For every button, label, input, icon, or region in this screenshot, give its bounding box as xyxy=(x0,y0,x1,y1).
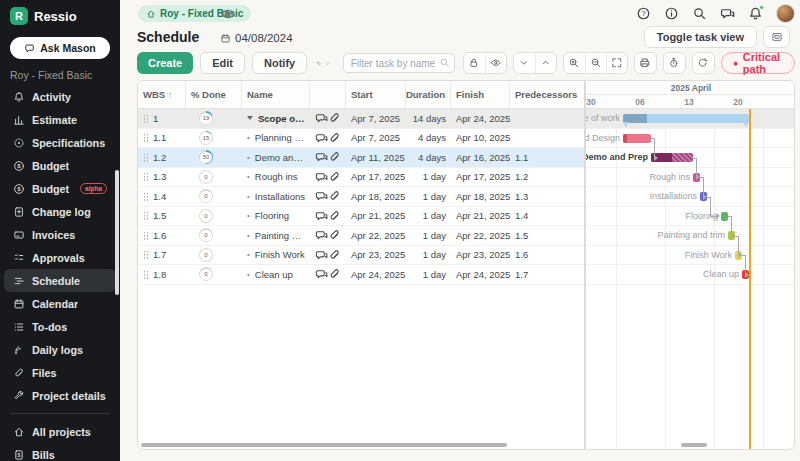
drag-handle-icon[interactable] xyxy=(143,211,149,220)
notify-button[interactable]: Notify xyxy=(252,52,307,74)
collapse-all-button[interactable] xyxy=(514,53,535,73)
create-button[interactable]: Create xyxy=(137,52,193,74)
predecessor-value: 1.6 xyxy=(510,246,584,265)
finish-date: Apr 16, 2025 xyxy=(451,148,510,167)
sidebar-item-project-details[interactable]: Project details xyxy=(4,384,116,407)
search-button[interactable] xyxy=(692,6,707,21)
zoom-in-button[interactable] xyxy=(564,53,585,73)
signal-icon xyxy=(13,344,25,356)
help-button[interactable] xyxy=(636,6,651,21)
sidebar-item-calendar[interactable]: Calendar xyxy=(4,292,116,315)
drag-handle-icon[interactable] xyxy=(143,153,149,162)
notifications-button[interactable] xyxy=(748,6,763,21)
sidebar-item-budget-v2[interactable]: Budget V2 alpha xyxy=(4,177,116,200)
lock-button[interactable] xyxy=(464,53,485,73)
sidebar-item-invoices[interactable]: Invoices xyxy=(4,223,116,246)
task-bullet-icon: • xyxy=(247,250,250,259)
col-header-predecessors[interactable]: Predecessors xyxy=(510,81,584,108)
gantt-bar-scope-of-work[interactable] xyxy=(623,114,749,123)
task-attachment-icon xyxy=(328,265,341,284)
sidebar-item-files[interactable]: Files xyxy=(4,361,116,384)
sidebar-item-bills[interactable]: Bills xyxy=(4,443,116,461)
sort-asc-icon: ↑ xyxy=(168,89,173,100)
start-date: Apr 18, 2025 xyxy=(346,187,406,206)
col-header-start[interactable]: Start xyxy=(346,81,406,108)
table-row[interactable]: 1.1 15 •Planning and... Apr 7, 2025 4 da… xyxy=(138,129,584,149)
panel-view-button[interactable] xyxy=(763,26,790,48)
table-row[interactable]: 1.2 50 •Demo and Pr... Apr 11, 2025 4 da… xyxy=(138,148,584,168)
sidebar-item-schedule[interactable]: Schedule xyxy=(4,269,116,292)
watch-project-eye-icon[interactable] xyxy=(220,6,236,22)
sidebar-item-specifications[interactable]: Specifications xyxy=(4,131,116,154)
avatar[interactable] xyxy=(776,4,795,23)
critical-path-button[interactable]: Critical path xyxy=(721,52,795,74)
collapse-caret-icon[interactable] xyxy=(247,116,253,120)
sidebar-item-activity[interactable]: Activity xyxy=(4,85,116,108)
messages-button[interactable] xyxy=(720,6,735,21)
sidebar-item-to-dos[interactable]: To-dos xyxy=(4,315,116,338)
zoom-out-button[interactable] xyxy=(585,53,606,73)
info-button[interactable] xyxy=(664,6,679,21)
drag-handle-icon[interactable] xyxy=(143,133,149,142)
refresh-button[interactable] xyxy=(693,53,714,73)
predecessor-value: 1.2 xyxy=(510,168,584,187)
redo-icon[interactable] xyxy=(325,55,330,71)
col-header-finish[interactable]: Finish xyxy=(451,81,510,108)
sidebar-item-change-log[interactable]: Change log xyxy=(4,200,116,223)
task-comment-icon xyxy=(315,129,328,148)
sidebar-item-all-projects[interactable]: All projects xyxy=(4,420,116,443)
sidebar-item-daily-logs[interactable]: Daily logs xyxy=(4,338,116,361)
gantt-bar-flooring[interactable] xyxy=(721,212,728,221)
finish-date: Apr 24, 2025 xyxy=(451,109,510,128)
table-row[interactable]: 1.7 0 •Finish Work Apr 23, 2025 1 day Ap… xyxy=(138,246,584,266)
fullscreen-button[interactable] xyxy=(606,53,627,73)
start-date: Apr 21, 2025 xyxy=(346,207,406,226)
table-row[interactable]: 1.4 0 •Installations Apr 18, 2025 1 day … xyxy=(138,187,584,207)
sidebar-item-approvals[interactable]: Approvals xyxy=(4,246,116,269)
col-header-duration[interactable]: Duration xyxy=(406,81,451,108)
sidebar-item-label: Invoices xyxy=(32,229,75,241)
gantt-bar-planning-and-design[interactable] xyxy=(623,134,651,143)
sidebar-item-label: Change log xyxy=(32,206,91,218)
edit-button[interactable]: Edit xyxy=(200,52,245,74)
print-group xyxy=(634,52,657,74)
sidebar-item-estimate[interactable]: Estimate xyxy=(4,108,116,131)
col-header-done[interactable]: % Done xyxy=(186,81,242,108)
col-header-wbs[interactable]: WBS ↑ xyxy=(138,81,186,108)
col-header-name[interactable]: Name xyxy=(242,81,310,108)
print-button[interactable] xyxy=(635,53,656,73)
baseline-button[interactable] xyxy=(664,53,685,73)
predecessor-value: 1.3 xyxy=(510,187,584,206)
table-row[interactable]: 1.3 0 •Rough ins Apr 17, 2025 1 day Apr … xyxy=(138,168,584,188)
main-area: Roy - Fixed Basic Schedule 04/08/2024 To… xyxy=(120,0,800,461)
logo[interactable]: R Ressio xyxy=(0,0,120,29)
drag-handle-icon[interactable] xyxy=(143,270,149,279)
finish-date: Apr 22, 2025 xyxy=(451,226,510,245)
sidebar-item-budget[interactable]: Budget xyxy=(4,154,116,177)
toggle-task-view-button[interactable]: Toggle task view xyxy=(644,26,757,48)
task-name: Clean up xyxy=(255,269,293,280)
sidebar-scrollbar[interactable] xyxy=(115,170,119,295)
gantt-horizontal-scrollbar[interactable] xyxy=(681,443,707,447)
search-icon xyxy=(692,6,707,21)
predecessor-value: 1.7 xyxy=(510,265,584,284)
drag-handle-icon[interactable] xyxy=(143,172,149,181)
drag-handle-icon[interactable] xyxy=(143,250,149,259)
ask-mason-button[interactable]: Ask Mason xyxy=(10,37,110,59)
table-row[interactable]: 1 19 Scope of work Apr 7, 2025 14 days A… xyxy=(138,109,584,129)
drag-handle-icon[interactable] xyxy=(143,231,149,240)
table-row[interactable]: 1.5 0 •Flooring Apr 21, 2025 1 day Apr 2… xyxy=(138,207,584,227)
table-row[interactable]: 1.8 0 •Clean up Apr 24, 2025 1 day Apr 2… xyxy=(138,265,584,285)
visibility-button[interactable] xyxy=(485,53,506,73)
drag-handle-icon[interactable] xyxy=(143,114,149,123)
schedule-date[interactable]: 04/08/2024 xyxy=(220,32,293,44)
expand-all-button[interactable] xyxy=(535,53,556,73)
duration-value: 4 days xyxy=(406,129,451,148)
table-horizontal-scrollbar[interactable] xyxy=(141,443,507,447)
table-row[interactable]: 1.6 0 •Painting and ... Apr 22, 2025 1 d… xyxy=(138,226,584,246)
expand-icon xyxy=(611,57,623,69)
undo-icon[interactable] xyxy=(316,55,321,71)
drag-handle-icon[interactable] xyxy=(143,192,149,201)
gantt-bar-label: Rough ins xyxy=(649,168,690,188)
start-date: Apr 11, 2025 xyxy=(346,148,406,167)
